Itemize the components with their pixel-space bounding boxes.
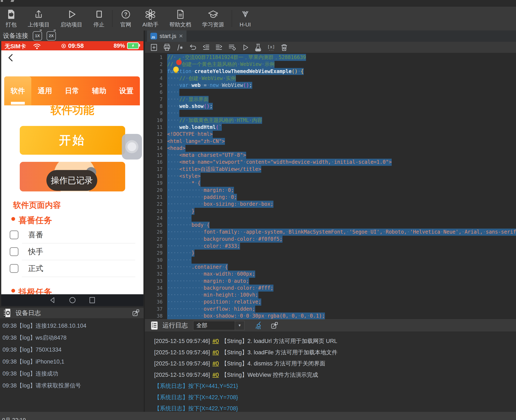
battery-indicator: 89% (114, 42, 139, 49)
line-number: 6 (145, 89, 163, 96)
run-log-list[interactable]: [2025-12-15 09:57:46]#0【String】2. loadUr… (145, 331, 516, 412)
start-project-button[interactable]: 启动项目 (55, 7, 88, 30)
run-log-icon (150, 321, 159, 330)
assistive-touch-button[interactable] (122, 134, 142, 159)
nav-back-icon[interactable] (48, 296, 57, 305)
task-row: 快手 (10, 243, 137, 260)
toolbar-separator (112, 10, 113, 27)
close-tab-icon[interactable]: ✕ (179, 33, 183, 39)
task-row: 正式 (10, 260, 137, 277)
line-number: 17 (145, 166, 163, 173)
task-group-title: 抖极任务 (11, 286, 52, 294)
log-thread-badge[interactable]: #0 (212, 338, 219, 344)
line-number: 9 (145, 110, 163, 117)
phone-status-bar: 无SIM卡 09:58 89% (1, 41, 144, 50)
code-line: 23········} (145, 208, 516, 215)
code-line: 7····//·显示界面 (145, 96, 516, 103)
expand-panel-icon[interactable] (271, 322, 279, 330)
task-checkbox[interactable] (10, 247, 18, 256)
line-number: 34 (145, 285, 163, 292)
code-line-content: ············position:·relative; (167, 299, 261, 305)
hui-logo-button[interactable]: H-UI (234, 7, 256, 30)
task-checkbox[interactable] (10, 264, 18, 273)
log-thread-badge[interactable]: #0 (212, 372, 219, 378)
zoom-2x-button[interactable]: 2X (47, 31, 56, 40)
line-number: 21 (145, 194, 163, 201)
test-flask-icon[interactable] (254, 43, 263, 52)
task-checkbox[interactable] (10, 231, 18, 239)
log-thread-badge[interactable]: #0 (212, 360, 219, 367)
log-filter-select[interactable]: 全部 ▼ (193, 321, 244, 330)
stop-button[interactable]: 停止 (88, 7, 110, 30)
expand-panel-icon[interactable] (132, 309, 140, 317)
undo-icon[interactable] (189, 43, 197, 52)
system-log-text: 【系统日志】按下{X=422,Y=708} (154, 394, 238, 400)
package-button[interactable]: 打包 (0, 7, 22, 30)
phone-tab[interactable]: 日常 (58, 76, 85, 105)
line-number: 3 (145, 68, 163, 75)
toolbar-separator (232, 10, 232, 27)
run-log-entry: 【系统日志】按下{X=422,Y=708} (154, 392, 516, 403)
comment-icon[interactable] (175, 43, 184, 52)
code-line-content: ····<meta·charset="UTF-8"> (167, 152, 246, 159)
line-number: 4 (145, 75, 163, 82)
line-number: 33 (145, 278, 163, 285)
clear-trash-icon[interactable] (280, 43, 288, 52)
task-label: 喜番 (28, 230, 43, 240)
device-log-entry: 09:38【log】ws启动8478 (0, 332, 144, 344)
code-line-content: ········} (167, 250, 195, 256)
format-code-icon[interactable] (228, 43, 236, 52)
back-arrow-icon[interactable] (6, 53, 16, 63)
nav-home-icon[interactable] (68, 296, 77, 305)
phone-tab[interactable]: 通用 (31, 76, 58, 105)
upload-project-button[interactable]: 上传项目 (22, 7, 55, 30)
code-line: 38············box-shadow:·0·0·30px·rgba(… (145, 313, 516, 319)
phone-tab[interactable]: 设置 (113, 76, 140, 105)
indent-icon[interactable] (215, 43, 223, 52)
code-line-content: ············overflow:·hidden; (167, 306, 255, 313)
run-icon[interactable] (241, 43, 250, 52)
ide-window: 打包 上传项目 启动项目 停止 ? 官网 (0, 0, 516, 420)
official-site-button[interactable]: ? 官网 (115, 7, 137, 30)
code-line-content: ············box-shadow:·0·0·30px·rgba(0,… (167, 313, 325, 319)
phone-screen-mirror[interactable]: 软件通用日常辅助设置 软件功能 开始 操作已记录 软件页面内容 喜番任务 喜番快… (1, 50, 144, 294)
line-number: 19 (145, 180, 163, 187)
code-line-content: ············background-color:·#fff; (167, 285, 273, 292)
print-icon[interactable] (163, 43, 171, 52)
ai-assistant-button[interactable]: AI助手 (137, 7, 164, 30)
line-number: 20 (145, 187, 163, 194)
phone-tab-label: 通用 (38, 86, 52, 96)
phone-nav-bar (1, 294, 144, 306)
start-task-button[interactable]: 开始 (20, 126, 125, 155)
run-log-entry: [2025-12-15 09:57:46]#0【String】WebView 控… (154, 369, 516, 381)
phone-tab[interactable]: 辅助 (86, 76, 113, 105)
new-file-icon[interactable] (150, 43, 158, 52)
chevron-down-icon: ▼ (235, 321, 244, 330)
code-line: 19········*·{ (145, 180, 516, 187)
tab-filename: start.js (159, 33, 176, 39)
line-number: 7 (145, 96, 163, 103)
outdent-icon[interactable] (202, 43, 210, 52)
line-number: 38 (145, 313, 163, 319)
zoom-1x-button[interactable]: 1X (33, 31, 42, 40)
phone-tab-label: 软件 (11, 86, 25, 96)
toolbar-label: 帮助文档 (169, 21, 191, 28)
clear-log-broom-icon[interactable] (254, 321, 263, 330)
code-line: 11····web.loadHtml(` (145, 124, 516, 131)
log-timestamp: [2025-12-15 09:57:46] (154, 338, 210, 344)
tab-start-js[interactable]: JS start.js ✕ (147, 30, 187, 42)
nav-recents-icon[interactable] (88, 296, 97, 305)
code-line-content: //💡·创建一个黄色主题风格的·WebView·示例 (167, 61, 274, 68)
device-log-list[interactable]: 09:38【log】连接192.168.10.10409:38【log】ws启动… (0, 318, 144, 412)
editor-tabbar: JS start.js ✕ (145, 30, 516, 42)
log-thread-badge[interactable]: #0 (212, 349, 219, 356)
learning-resources-button[interactable]: 学习资源 (197, 7, 229, 30)
log-message: 【String】4. dismiss 方法可用于关闭界面 (221, 360, 325, 367)
run-log-entry: [2025-12-15 09:57:46]#0【String】4. dismis… (154, 358, 516, 369)
symbol-x-icon[interactable]: [x]... (267, 43, 275, 52)
code-editor[interactable]: 1//·🍎·交流QQ群711841924群一，苹果内测群，5288166392/… (145, 53, 516, 319)
code-line-content: ············margin:·0; (167, 187, 234, 194)
help-doc-button[interactable]: 帮助文档 (164, 7, 197, 30)
code-line: 5····var·web·=·new·WebView(); (145, 82, 516, 89)
phone-tab[interactable]: 软件 (4, 76, 31, 105)
